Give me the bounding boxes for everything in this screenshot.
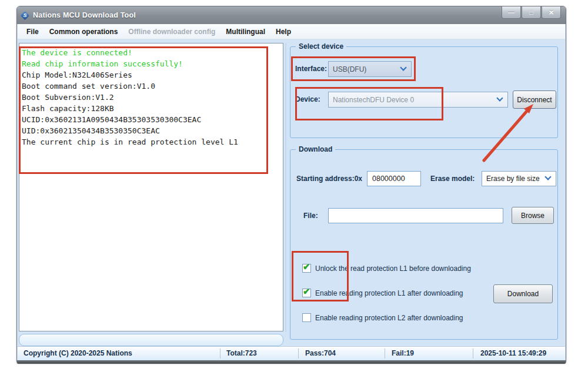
log-line: The device is connected! — [22, 47, 280, 58]
checkbox-label: Unlock the read protection L1 before dow… — [315, 264, 471, 273]
chevron-down-icon — [496, 95, 503, 101]
select-device-group: Select device Interface: USB(DFU) Device… — [290, 46, 558, 138]
title-bar[interactable]: S Nations MCU Download Tool — □ ✕ — [17, 6, 566, 24]
log-line: Chip Model:N32L406Series — [22, 69, 280, 81]
interface-select[interactable]: USB(DFU) — [328, 61, 412, 77]
close-icon: ✕ — [549, 9, 554, 16]
window-bottom-edge — [17, 360, 566, 364]
log-line: Read chip information successfully! — [22, 58, 280, 69]
menu-multilingual[interactable]: Multilingual — [220, 25, 270, 38]
menu-bar: File Common operations Offline downloade… — [18, 24, 565, 39]
log-line: The current chip is in read protection l… — [22, 136, 280, 148]
checkbox-row-unlock-l1[interactable]: ✔ Unlock the read protection L1 before d… — [302, 264, 471, 273]
maximize-icon: □ — [529, 9, 533, 16]
status-timestamp: 2025-10-11 15:49:29 — [480, 349, 546, 357]
log-line: Boot command set version:V1.0 — [22, 81, 280, 92]
checkbox-row-enable-l2[interactable]: Enable reading protection L2 after downl… — [302, 313, 463, 322]
file-path-input[interactable] — [328, 208, 503, 223]
checkbox-row-enable-l1[interactable]: ✔ Enable reading protection L1 after dow… — [302, 289, 463, 297]
screenshot-stage: S Nations MCU Download Tool — □ ✕ File C… — [0, 0, 588, 382]
log-line: UCID:0x3602131A0950434B35303530300C3EAC — [22, 114, 280, 125]
checkbox-checked[interactable]: ✔ — [302, 289, 311, 297]
minimize-button[interactable]: — — [502, 6, 521, 19]
status-total: Total:723 — [226, 349, 257, 357]
browse-button[interactable]: Browse — [512, 207, 554, 224]
chevron-down-icon — [400, 64, 406, 71]
menu-common-operations[interactable]: Common operations — [44, 25, 123, 38]
starting-address-input[interactable] — [367, 171, 421, 186]
checkbox-label: Enable reading protection L2 after downl… — [315, 314, 463, 322]
checkbox-unchecked[interactable] — [302, 313, 311, 322]
log-line: UID:0x36021350434B3530350C3EAC — [22, 125, 280, 136]
panel-splitter[interactable] — [285, 43, 286, 332]
download-button[interactable]: Download — [493, 284, 553, 303]
minimize-icon: — — [508, 9, 514, 16]
menu-file[interactable]: File — [21, 25, 44, 38]
file-label: File: — [303, 212, 318, 220]
interface-selected-value: USB(DFU) — [333, 65, 366, 73]
status-pass: Pass:704 — [305, 349, 336, 357]
menu-offline-downloader-config: Offline downloader config — [123, 25, 220, 38]
starting-address-label: Starting address:0x — [296, 175, 362, 183]
window-title: Nations MCU Download Tool — [33, 11, 136, 19]
progress-bar — [19, 334, 283, 346]
log-line: Flash capacity:128KB — [22, 103, 280, 114]
close-button[interactable]: ✕ — [542, 6, 561, 19]
device-label: Device: — [295, 95, 320, 103]
checkbox-label: Enable reading protection L1 after downl… — [315, 289, 463, 297]
download-group: Download Starting address:0x Erase model… — [290, 149, 558, 340]
checkbox-checked[interactable]: ✔ — [302, 264, 311, 273]
device-selected-value: NationstechDFU Device 0 — [333, 96, 414, 104]
download-group-label: Download — [296, 145, 335, 154]
erase-model-select[interactable]: Erase by file size — [482, 171, 556, 186]
app-window: S Nations MCU Download Tool — □ ✕ File C… — [16, 6, 566, 363]
select-device-group-label: Select device — [296, 42, 346, 51]
check-icon: ✔ — [303, 287, 310, 296]
app-icon: S — [21, 11, 29, 20]
disconnect-button[interactable]: Disconnect — [513, 91, 556, 109]
log-line: Boot Subversion:V1.2 — [22, 92, 280, 103]
status-fail: Fail:19 — [392, 349, 414, 357]
status-copyright: Copyright (C) 2020-2025 Nations — [24, 349, 132, 357]
window-controls: — □ ✕ — [501, 6, 561, 19]
menu-help[interactable]: Help — [270, 25, 296, 38]
erase-model-selected-value: Erase by file size — [486, 175, 540, 183]
maximize-button[interactable]: □ — [522, 6, 541, 19]
status-bar: Copyright (C) 2020-2025 Nations Total:72… — [18, 346, 565, 360]
erase-model-label: Erase model: — [430, 175, 475, 183]
interface-label: Interface: — [295, 65, 327, 73]
chevron-down-icon — [544, 173, 551, 180]
check-icon: ✔ — [303, 262, 310, 272]
log-output[interactable]: The device is connected! Read chip infor… — [19, 43, 283, 331]
device-select[interactable]: NationstechDFU Device 0 — [328, 92, 508, 108]
